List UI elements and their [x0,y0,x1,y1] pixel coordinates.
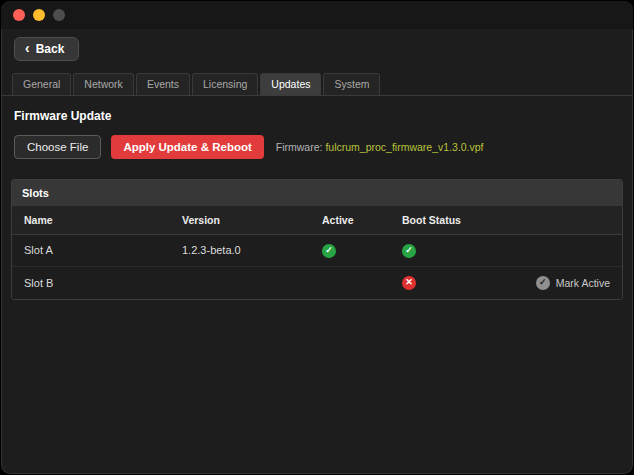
minimize-window-button[interactable] [33,9,45,21]
firmware-controls: Choose File Apply Update & Reboot Firmwa… [14,135,620,159]
slot-version [180,275,320,291]
check-circle-gray-icon [536,276,550,290]
tab-bar: General Network Events Licensing Updates… [1,65,633,96]
chevron-left-icon: ‹ [25,43,30,53]
apply-update-reboot-button[interactable]: Apply Update & Reboot [111,135,263,159]
firmware-label: Firmware: [276,141,323,153]
column-header-active: Active [320,206,400,234]
choose-file-button[interactable]: Choose File [14,135,101,159]
active-status-empty [322,275,336,289]
slots-table-title: Slots [12,180,622,206]
column-header-version: Version [180,206,320,234]
table-row-slot-b: Slot B Mark Active [12,266,622,299]
slots-table: Slots Name Version Active Boot Status Sl… [11,179,623,300]
boot-status-cross-icon [402,276,416,290]
traffic-lights [13,9,65,21]
firmware-update-section: Firmware Update Choose File Apply Update… [1,96,633,165]
slot-name: Slot B [22,269,180,297]
mark-active-label: Mark Active [556,277,610,289]
table-row-slot-a: Slot A 1.2.3-beta.0 [12,235,622,266]
tab-events[interactable]: Events [136,73,190,95]
tab-general[interactable]: General [12,73,71,95]
tab-updates[interactable]: Updates [260,73,321,95]
slot-a-actions [502,242,612,258]
titlebar [1,1,633,29]
maximize-window-button[interactable] [53,9,65,21]
tab-system[interactable]: System [323,73,380,95]
slots-table-header: Name Version Active Boot Status [12,206,622,235]
slot-name: Slot A [22,236,180,264]
boot-status-check-icon [402,244,416,258]
section-title: Firmware Update [14,109,620,123]
back-button-label: Back [36,42,65,56]
close-window-button[interactable] [13,9,25,21]
tab-network[interactable]: Network [73,73,134,95]
firmware-filename-text: Firmware: fulcrum_proc_firmware_v1.3.0.v… [276,141,484,153]
active-status-check-icon [322,244,336,258]
back-button[interactable]: ‹ Back [14,37,79,61]
toolbar: ‹ Back [1,29,633,65]
tab-licensing[interactable]: Licensing [192,73,258,95]
column-header-actions [502,212,612,228]
column-header-boot-status: Boot Status [400,206,502,234]
firmware-filename: fulcrum_proc_firmware_v1.3.0.vpf [325,141,483,153]
app-window: ‹ Back General Network Events Licensing … [0,0,634,475]
column-header-name: Name [22,206,180,234]
slot-version: 1.2.3-beta.0 [180,236,320,264]
mark-active-button[interactable]: Mark Active [536,276,610,290]
